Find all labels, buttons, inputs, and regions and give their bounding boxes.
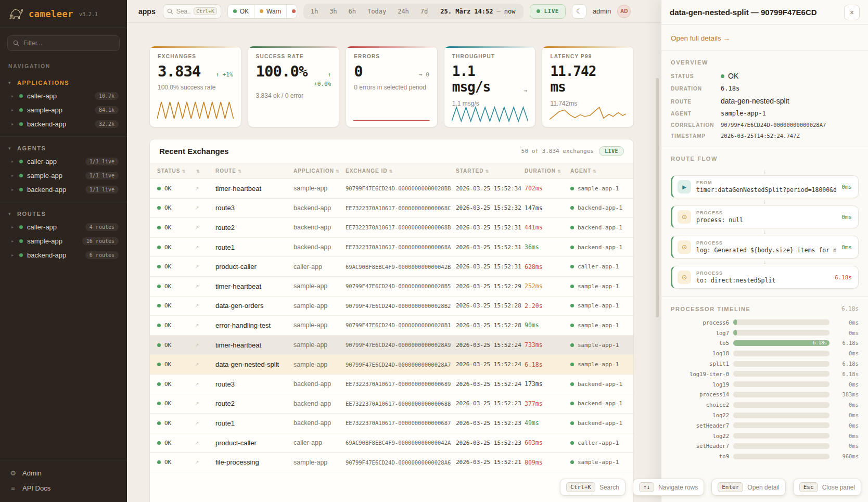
flow-step[interactable]: ⊙ PROCESS log: Generated ${body.size} it… bbox=[671, 236, 859, 259]
table-row[interactable]: OK ↗ file-processing sample-app 90799F47… bbox=[150, 453, 633, 472]
close-button[interactable]: × bbox=[844, 5, 860, 20]
timeline-row[interactable]: setHeader7 0ms bbox=[671, 420, 859, 431]
sidebar-item[interactable]: ▸ caller-app 4 routes bbox=[0, 220, 127, 234]
timeline-row[interactable]: to9 960ms bbox=[671, 451, 859, 461]
table-row[interactable]: OK ↗ timer-heartbeat sample-app 90799F47… bbox=[150, 179, 633, 199]
timeline-row[interactable]: log22 0ms bbox=[671, 431, 859, 441]
group-header-agents[interactable]: ▾ AGENTS bbox=[0, 141, 127, 155]
column-header[interactable]: STATUS⇅ bbox=[157, 168, 195, 174]
table-row[interactable]: OK ↗ product-caller caller-app 69AC90BF8… bbox=[150, 433, 633, 453]
table-row[interactable]: OK ↗ timer-heartbeat sample-app 90799F47… bbox=[150, 277, 633, 297]
external-link-icon[interactable]: ↗ bbox=[195, 284, 215, 289]
table-row[interactable]: OK ↗ product-caller caller-app 69AC90BF8… bbox=[150, 257, 633, 277]
timeline-row[interactable]: process6 0ms bbox=[671, 317, 859, 328]
column-header[interactable]: ⇅ bbox=[195, 168, 215, 174]
sidebar-item[interactable]: ▸ backend-app 1/1 live bbox=[0, 183, 127, 197]
range-button[interactable]: 24h bbox=[392, 6, 414, 17]
table-row[interactable]: OK ↗ route2 backend-app EE7322370A10617-… bbox=[150, 394, 633, 414]
flow-step[interactable]: ⊙ PROCESS process: null 0ms bbox=[671, 205, 859, 228]
timeline-row[interactable]: log19 0ms bbox=[671, 379, 859, 390]
exchanges-sparkline bbox=[157, 97, 234, 122]
range-button[interactable]: Today bbox=[362, 6, 391, 17]
external-link-icon[interactable]: ↗ bbox=[195, 459, 215, 465]
external-link-icon[interactable]: ↗ bbox=[195, 440, 215, 446]
external-link-icon[interactable]: ↗ bbox=[195, 323, 215, 328]
external-link-icon[interactable]: ↗ bbox=[195, 401, 215, 406]
sidebar-item[interactable]: ▸ sample-app 1/1 live bbox=[0, 169, 127, 183]
status-filter-chip[interactable]: OK bbox=[228, 5, 254, 18]
table-row[interactable]: OK ↗ data-gen-orders sample-app 90799F47… bbox=[150, 297, 633, 316]
range-button[interactable]: 7d bbox=[415, 6, 433, 17]
table-row[interactable]: OK ↗ data-gen-nested-split sample-app 90… bbox=[150, 355, 633, 375]
timeline-row[interactable]: log22 0ms bbox=[671, 410, 859, 420]
dark-mode-toggle[interactable]: ☾ bbox=[572, 4, 586, 19]
sidebar-item[interactable]: ▸ caller-app 1/1 live bbox=[0, 155, 127, 169]
timeline-row[interactable]: log19-iter-0 6.18s bbox=[671, 369, 859, 379]
live-toggle-button[interactable]: LIVE bbox=[530, 4, 566, 19]
table-row[interactable]: OK ↗ error-handling-test sample-app 9079… bbox=[150, 316, 633, 336]
table-row[interactable]: OK ↗ route3 backend-app EE7322370A10617-… bbox=[150, 375, 633, 394]
main-scrollbar[interactable] bbox=[656, 78, 659, 317]
timeline-row[interactable]: split1 6.18s bbox=[671, 358, 859, 369]
column-header[interactable]: ROUTE⇅ bbox=[215, 168, 293, 174]
timeline-row[interactable]: setHeader7 0ms bbox=[671, 441, 859, 452]
column-header[interactable]: STARTED⇅ bbox=[456, 168, 525, 174]
external-link-icon[interactable]: ↗ bbox=[195, 225, 215, 230]
group-header-applications[interactable]: ▾ APPLICATIONS bbox=[0, 75, 127, 89]
timeline-track bbox=[733, 330, 829, 336]
external-link-icon[interactable]: ↗ bbox=[195, 186, 215, 191]
column-header[interactable]: EXCHANGE ID⇅ bbox=[346, 168, 456, 174]
stat-value: 3.834 bbox=[158, 64, 200, 79]
stat-card-success-rate[interactable]: SUCCESS RATE 100.0% ↑ +0.0% 3.834 ok / 0… bbox=[248, 46, 340, 127]
timeline-row[interactable]: log18 0ms bbox=[671, 348, 859, 358]
range-button[interactable]: 3h bbox=[324, 6, 342, 17]
date-range[interactable]: 25. März 14:52 — now bbox=[434, 8, 521, 15]
table-row[interactable]: OK ↗ route3 backend-app EE7322370A10617-… bbox=[150, 199, 633, 218]
table-row[interactable]: OK ↗ route1 backend-app EE7322370A10617-… bbox=[150, 238, 633, 258]
table-row[interactable]: OK ↗ timer-heartbeat sample-app 90799F47… bbox=[150, 336, 633, 355]
external-link-icon[interactable]: ↗ bbox=[195, 264, 215, 269]
external-link-icon[interactable]: ↗ bbox=[195, 205, 215, 211]
search-input[interactable]: Sea... Ctrl+K bbox=[163, 4, 221, 19]
overview-duration-value: 6.18s bbox=[721, 85, 739, 92]
status-filter-chip[interactable]: Warn bbox=[254, 5, 287, 18]
external-link-icon[interactable]: ↗ bbox=[195, 420, 215, 426]
column-header[interactable]: APPLICATION⇅ bbox=[293, 168, 346, 174]
route-cell: data-gen-orders bbox=[215, 302, 293, 310]
started-cell: 2026-03-25 15:52:23 bbox=[456, 440, 525, 446]
group-header-routes[interactable]: ▾ ROUTES bbox=[0, 207, 127, 220]
column-header[interactable]: DURATION⇅ bbox=[525, 168, 570, 174]
stat-card-latency[interactable]: LATENCY P99 11.742ms 11.742ms bbox=[542, 46, 634, 127]
open-full-details-link[interactable]: Open full details → bbox=[671, 34, 730, 42]
sidebar-item[interactable]: ▸ sample-app 84.1k bbox=[0, 103, 127, 117]
application-cell: backend-app bbox=[293, 204, 346, 212]
sidebar-item[interactable]: ▸ sample-app 16 routes bbox=[0, 234, 127, 248]
table-row[interactable]: OK ↗ route1 backend-app EE7322370A10617-… bbox=[150, 414, 633, 433]
stat-card-errors[interactable]: ERRORS 0 → 0 0 errors in selected period bbox=[346, 46, 438, 127]
avatar[interactable]: AD bbox=[617, 5, 631, 18]
external-link-icon[interactable]: ↗ bbox=[195, 342, 215, 348]
sidebar-item[interactable]: ▸ backend-app 6 routes bbox=[0, 248, 127, 262]
flow-step[interactable]: ⊙ PROCESS to: direct:nestedSplit 6.18s bbox=[671, 266, 859, 289]
sidebar-filter-input[interactable]: Filter... bbox=[7, 35, 120, 51]
external-link-icon[interactable]: ↗ bbox=[195, 303, 215, 308]
range-button[interactable]: 6h bbox=[343, 6, 361, 17]
sidebar-item[interactable]: ▸ caller-app 10.7k bbox=[0, 89, 127, 103]
stat-card-exchanges[interactable]: EXCHANGES 3.834 ↑ +1% 100.0% success rat… bbox=[149, 46, 241, 127]
sidebar-item-api-docs[interactable]: ≡ API Docs bbox=[0, 481, 127, 496]
external-link-icon[interactable]: ↗ bbox=[195, 244, 215, 250]
status-filter-chip[interactable]: E bbox=[287, 5, 297, 18]
timeline-row[interactable]: to5 6.18s 6.18s bbox=[671, 338, 859, 349]
range-button[interactable]: 1h bbox=[305, 6, 323, 17]
stat-card-throughput[interactable]: THROUGHPUT 1.1msg/s → 1.1 msg/s bbox=[444, 46, 536, 127]
timeline-row[interactable]: log7 0ms bbox=[671, 328, 859, 338]
sidebar-item[interactable]: ▸ backend-app 32.2k bbox=[0, 117, 127, 131]
table-row[interactable]: OK ↗ route2 backend-app EE7322370A10617-… bbox=[150, 218, 633, 238]
column-header[interactable]: AGENT⇅ bbox=[570, 168, 633, 174]
flow-step[interactable]: ▶ FROM timer:dataGenNestedSplit?period=1… bbox=[671, 175, 859, 198]
sidebar-item-admin[interactable]: ⚙ Admin bbox=[0, 466, 127, 481]
timeline-row[interactable]: choice2 0ms bbox=[671, 400, 859, 410]
timeline-row[interactable]: process14 383ms bbox=[671, 390, 859, 400]
external-link-icon[interactable]: ↗ bbox=[195, 362, 215, 367]
external-link-icon[interactable]: ↗ bbox=[195, 381, 215, 387]
